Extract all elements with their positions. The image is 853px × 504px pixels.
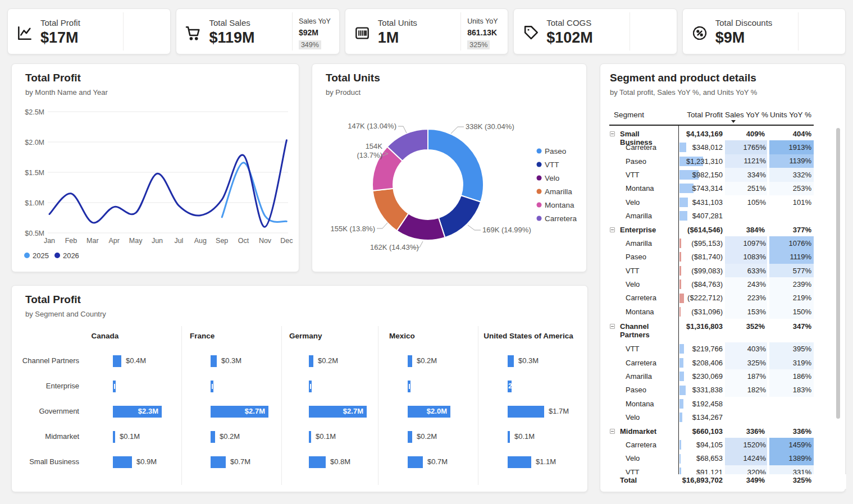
kpi-yoy-block: Units YoY861.13K325%: [467, 17, 498, 49]
profit-bar-united-states-of-america-enterprise[interactable]: 2: [508, 381, 512, 392]
profit-bar-united-states-of-america-small-business[interactable]: [508, 456, 531, 468]
segment-label: Midmarket: [12, 432, 79, 441]
kpi-yoy-block: Sales YoY$92M349%: [299, 17, 331, 49]
bar-chart-plot: Channel PartnersEnterpriseGovernmentMidm…: [12, 286, 589, 493]
kpi-yoy-pct-badge: 349%: [299, 40, 321, 49]
donut-legend-item-paseo[interactable]: Paseo: [537, 147, 567, 155]
collapse-toggle-icon[interactable]: [610, 429, 615, 434]
donut-slice-vtt[interactable]: [439, 195, 481, 237]
bar-value-label: $0.7M: [427, 457, 448, 466]
profit-bar-france-government[interactable]: $2.7M: [211, 406, 268, 418]
kpi-yoy-label: Units YoY: [467, 17, 498, 25]
legend-label: Carretera: [545, 214, 577, 223]
bar-value-label: $2.0M: [427, 407, 447, 415]
product-label: VTT: [626, 345, 640, 353]
bar-clipped-label: [212, 384, 213, 389]
profit-bar-france-enterprise[interactable]: [211, 381, 213, 392]
product-label: Carretera: [626, 359, 656, 367]
profit-bar-mexico-midmarket[interactable]: [408, 431, 412, 443]
kpi-label: Total Sales: [209, 18, 250, 28]
profit-bar-germany-channel-partners[interactable]: [309, 355, 313, 367]
profit-cell: $1,231,310: [679, 157, 723, 166]
legend-dot: [537, 189, 542, 194]
units-yoy-cell: 1076%: [769, 236, 814, 250]
profit-bar-canada-channel-partners[interactable]: [113, 355, 121, 367]
group-sales-yoy: 384%: [725, 226, 766, 234]
table-body: Small Business$4,143,169409%404%Carreter…: [600, 64, 846, 474]
profit-bar-united-states-of-america-channel-partners[interactable]: [508, 355, 514, 367]
donut-legend-item-montana[interactable]: Montana: [537, 201, 575, 209]
group-units-yoy: 347%: [768, 322, 811, 331]
donut-chart-plot: 338K (30.04%)169K (14.99%)162K (14.43%)1…: [312, 103, 587, 272]
country-header: France: [190, 332, 215, 340]
collapse-toggle-icon[interactable]: [610, 227, 615, 232]
line-series-2026[interactable]: [49, 140, 286, 227]
bar-value-label: $2.7M: [343, 407, 363, 415]
profit-bar-united-states-of-america-government[interactable]: [508, 406, 544, 418]
sales-yoy-cell: 182%: [725, 383, 767, 397]
sales-yoy-cell: 1083%: [725, 250, 767, 264]
profit-cell: ($99,083): [679, 267, 723, 275]
kpi-yoy-label: Sales YoY: [299, 17, 331, 25]
sales-yoy-cell: 325%: [725, 356, 767, 369]
profit-bar-france-channel-partners[interactable]: [211, 355, 217, 367]
profit-bar-mexico-enterprise[interactable]: [408, 381, 410, 392]
details-table-card: Segment and product details by Total pro…: [600, 63, 846, 492]
bar-value-label: $0.1M: [120, 432, 140, 441]
donut-legend-item-velo[interactable]: Velo: [537, 174, 560, 182]
donut-legend-item-amarilla[interactable]: Amarilla: [537, 187, 573, 196]
product-label: Montana: [626, 184, 654, 193]
profit-cell: ($95,153): [679, 239, 723, 248]
kpi-card-total-profit: Total Profit$17M: [7, 8, 171, 54]
x-tick-label: Jun: [152, 237, 163, 245]
profit-bar-canada-small-business[interactable]: [113, 456, 132, 468]
profit-bar-germany-midmarket[interactable]: [309, 431, 311, 443]
legend-dot: [537, 149, 542, 154]
profit-bar-france-midmarket[interactable]: [211, 431, 215, 443]
units-yoy-cell: 1119%: [769, 250, 814, 264]
line-chart-title: Total Profit: [25, 72, 81, 84]
y-tick-label: $2.0M: [25, 139, 44, 146]
table-scrollbar-thumb[interactable]: [836, 128, 840, 419]
profit-bar-mexico-channel-partners[interactable]: [408, 355, 412, 367]
profit-cell: $208,406: [679, 359, 723, 367]
profit-cell: $982,150: [679, 171, 723, 179]
profit-bar-united-states-of-america-midmarket[interactable]: [508, 431, 510, 443]
x-tick-label: Jul: [174, 237, 183, 245]
units-yoy-cell: 239%: [769, 277, 814, 291]
group-profit: $660,103: [679, 427, 723, 436]
units-yoy-cell: 332%: [769, 168, 814, 181]
profit-bar-canada-government[interactable]: $2.3M: [113, 406, 162, 418]
profit-bar-germany-small-business[interactable]: [309, 456, 326, 468]
donut-legend-item-carretera[interactable]: Carretera: [537, 214, 577, 223]
legend-item-2025[interactable]: 2025: [24, 251, 49, 260]
country-header: Canada: [92, 332, 119, 340]
product-label: Velo: [626, 413, 640, 421]
profit-bar-canada-midmarket[interactable]: [113, 431, 115, 443]
profit-bar-canada-enterprise[interactable]: [113, 381, 116, 392]
group-label: Channel Partners: [620, 322, 673, 339]
legend-item-2026[interactable]: 2026: [54, 251, 79, 260]
profit-bar-mexico-government[interactable]: $2.0M: [408, 406, 450, 418]
sales-yoy-cell: 320%: [725, 465, 767, 474]
legend-dot: [537, 203, 542, 208]
kpi-card-total-units: Total Units1MUnits YoY861.13K325%: [345, 8, 508, 54]
donut-legend-item-vtt[interactable]: VTT: [537, 161, 559, 169]
legend-dot: [537, 162, 542, 167]
x-tick-label: Apr: [108, 237, 119, 245]
callout-leader-line: [468, 225, 475, 230]
bar-value-label: $2.3M: [138, 407, 158, 415]
collapse-toggle-icon[interactable]: [610, 324, 615, 329]
profit-bar-germany-enterprise[interactable]: [309, 381, 312, 392]
bar-clipped-label: [114, 384, 115, 389]
profit-bar-france-small-business[interactable]: [211, 456, 226, 468]
profit-bar-mexico-small-business[interactable]: [408, 456, 423, 468]
sales-yoy-cell: [725, 397, 767, 410]
x-tick-label: May: [129, 237, 143, 245]
callout-leader-line: [419, 241, 423, 248]
donut-slice-paseo[interactable]: [428, 129, 483, 202]
collapse-toggle-icon[interactable]: [610, 131, 615, 136]
kpi-value: $102M: [546, 29, 593, 47]
profit-bar-germany-government[interactable]: $2.7M: [309, 406, 367, 418]
group-profit: $1,316,803: [679, 322, 723, 331]
